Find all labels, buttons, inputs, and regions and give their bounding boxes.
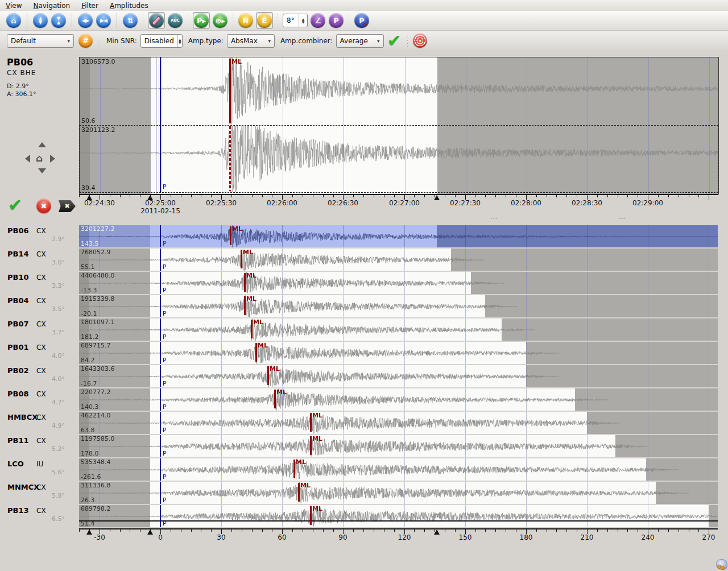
row-waveform[interactable] — [79, 458, 718, 481]
row-waveform[interactable] — [79, 482, 718, 504]
reject-pick-button[interactable]: ✖ — [36, 198, 51, 213]
station-row-pb06[interactable]: PB06CX2.9°MLP3201227.2143.5 — [0, 225, 728, 247]
row-trace-area[interactable]: MLP689715.784.2 — [79, 342, 718, 364]
window-marker-icon[interactable] — [86, 195, 92, 200]
window-marker-icon[interactable] — [434, 529, 440, 535]
measure-ruler-icon[interactable] — [149, 13, 164, 28]
ml-pick-marker[interactable] — [241, 250, 242, 268]
ml-pick-marker[interactable] — [244, 296, 246, 315]
row-trace-area[interactable]: MLP1197585.0178.0 — [79, 435, 718, 457]
apply-amplitudes-button[interactable]: ✔ — [387, 34, 402, 48]
row-trace-area[interactable]: MLP535348.4-261.6 — [79, 458, 718, 481]
show-other-picks-icon[interactable]: ⊕▸ — [213, 13, 228, 28]
menu-filter[interactable]: Filter — [76, 1, 104, 10]
row-trace-area[interactable]: MLP311336.826.3 — [79, 482, 718, 504]
row-waveform[interactable] — [79, 272, 718, 294]
show-p-picks-icon[interactable]: P▸ — [194, 13, 209, 28]
angle-spinbox[interactable]: 8°▲▼ — [283, 14, 308, 27]
station-row-mnmcx[interactable]: MNMCXCX5.8°MLP311336.826.3 — [0, 482, 728, 504]
ml-pick-marker[interactable] — [229, 59, 231, 123]
phase-labels-abc-icon[interactable]: ABC — [168, 13, 183, 28]
ml-pick-marker[interactable] — [293, 460, 295, 478]
spinbox-arrows-icon[interactable]: ▲▼ — [177, 35, 182, 47]
panel-splitter[interactable]: ⋯⋯ — [0, 216, 728, 224]
ml-pick-marker[interactable] — [310, 506, 312, 525]
row-trace-area[interactable]: MLP1915339.8-20.1 — [79, 295, 718, 317]
row-waveform[interactable] — [79, 342, 718, 364]
accept-pick-button[interactable]: ✔ — [8, 198, 22, 213]
row-waveform[interactable] — [79, 388, 718, 411]
fit-vertical-icon[interactable]: ▼▲ — [51, 13, 66, 28]
spinbox-arrows-icon[interactable]: ▲▼ — [299, 14, 307, 27]
ml-pick-marker[interactable] — [251, 320, 253, 338]
home-icon[interactable]: ⌂ — [6, 13, 21, 28]
expand-vertical-icon[interactable]: ▲▼ — [33, 13, 48, 28]
pan-left-button[interactable] — [25, 155, 30, 163]
station-row-pb08[interactable]: PB08CX4.7°MLP220777.2140.3 — [0, 388, 728, 411]
min-snr-spinbox[interactable]: Disabled ▲▼ — [140, 34, 183, 48]
station-row-pb11[interactable]: PB11CX5.2°MLP1197585.0178.0 — [0, 435, 728, 457]
p-pick-marker[interactable] — [160, 225, 161, 247]
station-row-pb04[interactable]: PB04CX3.5°MLP1915339.8-20.1 — [0, 295, 728, 317]
p-pick-marker[interactable] — [160, 412, 161, 434]
window-marker-icon[interactable] — [147, 529, 153, 535]
row-trace-area[interactable]: MLP1643303.6-16.7 — [79, 365, 718, 387]
hash-filter-button[interactable]: # — [78, 34, 93, 48]
row-waveform[interactable] — [79, 365, 718, 387]
station-row-pb10[interactable]: PB10CX3.3°MLP4406480.0-13.3 — [0, 272, 728, 294]
skip-station-button[interactable]: ✖ — [59, 200, 76, 212]
recenter-target-button[interactable] — [413, 34, 427, 48]
station-row-pb07[interactable]: PB07CX3.7°MLP1801097.1181.2 — [0, 318, 728, 341]
row-trace-area[interactable]: MLP768052.955.1 — [79, 249, 718, 271]
amp-type-combobox[interactable]: AbsMax ▾ — [227, 34, 275, 48]
p-pick-marker[interactable] — [160, 295, 161, 317]
p-pick-marker[interactable] — [160, 505, 161, 527]
ml-pick-marker[interactable] — [267, 366, 269, 385]
p-pick-marker[interactable] — [160, 365, 161, 387]
fit-horizontal-icon[interactable]: ▶◀ — [96, 13, 111, 28]
amp-combiner-combobox[interactable]: Average ▾ — [336, 34, 384, 48]
ml-pick-marker[interactable] — [298, 483, 300, 502]
menu-view[interactable]: View — [0, 1, 27, 10]
ml-pick-marker-dashed[interactable] — [229, 126, 231, 191]
ml-pick-marker[interactable] — [310, 436, 312, 455]
row-trace-area[interactable]: MLP220777.2140.3 — [79, 388, 718, 411]
row-waveform[interactable] — [79, 295, 718, 317]
row-waveform[interactable] — [79, 412, 718, 434]
ml-pick-marker[interactable] — [255, 343, 257, 362]
station-row-hmbcx[interactable]: HMBCXCX4.9°MLP462214.063.8 — [0, 412, 728, 434]
ml-pick-marker[interactable] — [230, 226, 231, 245]
zoom-trace-panel[interactable]: MLP3106573.050.63201123.239.4 — [79, 57, 719, 195]
p-pick-marker[interactable] — [160, 318, 161, 341]
row-waveform[interactable] — [79, 225, 718, 247]
scale-amplitudes-icon[interactable]: ⇅ — [123, 13, 138, 28]
pan-up-button[interactable] — [38, 142, 46, 147]
row-trace-area[interactable]: MLP4406480.0-13.3 — [79, 272, 718, 294]
tray-plug-icon[interactable] — [716, 559, 727, 570]
component-e-icon[interactable]: E — [257, 13, 272, 28]
p-pick-marker[interactable] — [160, 458, 161, 481]
row-trace-area[interactable]: MLP462214.063.8 — [79, 412, 718, 434]
row-trace-area[interactable]: MLP1801097.1181.2 — [79, 318, 718, 341]
row-trace-area[interactable]: MLP3201227.2143.5 — [79, 225, 718, 247]
p-pick-marker[interactable] — [160, 482, 161, 504]
row-waveform[interactable] — [79, 249, 718, 271]
pan-right-button[interactable] — [50, 155, 55, 163]
station-row-pb13[interactable]: PB13CX6.5°MLP689798.251.4 — [0, 505, 728, 527]
row-waveform[interactable] — [79, 318, 718, 341]
zoom-trace-1[interactable] — [80, 57, 718, 125]
p-pick-marker[interactable] — [160, 249, 161, 271]
station-row-pb01[interactable]: PB01CX4.0°MLP689715.784.2 — [0, 342, 728, 364]
p-pick-marker[interactable] — [160, 342, 161, 364]
station-row-lco[interactable]: LCOIU5.6°MLP535348.4-261.6 — [0, 458, 728, 481]
pan-home-button[interactable]: ⌂ — [36, 152, 43, 164]
component-n-icon[interactable]: N — [238, 13, 253, 28]
row-trace-area[interactable]: MLP689798.251.4 — [79, 505, 718, 527]
ml-pick-marker[interactable] — [244, 273, 246, 292]
station-row-pb14[interactable]: PB14CX3.0°MLP768052.955.1 — [0, 249, 728, 271]
profile-combobox[interactable]: Default ▾ — [7, 34, 74, 48]
menu-amplitudes[interactable]: Amplitudes — [104, 1, 154, 10]
pan-down-button[interactable] — [38, 168, 46, 173]
p-pick-marker[interactable] — [160, 272, 161, 294]
zoom-trace-2[interactable] — [80, 126, 718, 192]
